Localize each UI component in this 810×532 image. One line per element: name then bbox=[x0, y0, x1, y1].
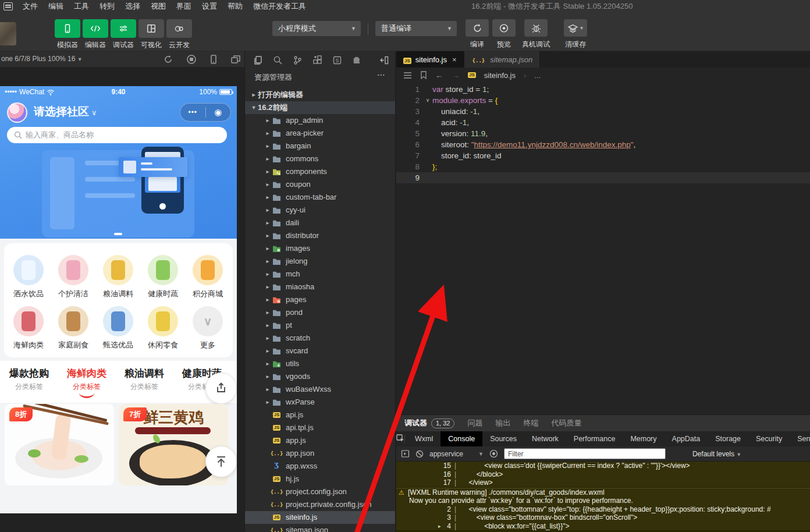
tree-item-daili[interactable]: ▸daili bbox=[245, 217, 395, 229]
snippets-icon[interactable]: S bbox=[332, 55, 342, 65]
goods-tab-海鲜肉类[interactable]: 海鲜肉类分类标签 bbox=[59, 367, 115, 398]
console-filter-input[interactable]: Filter bbox=[504, 448, 666, 459]
devtools-tab-AppData[interactable]: AppData bbox=[665, 431, 708, 446]
tree-item-vgoods[interactable]: ▸vgoods bbox=[245, 370, 395, 383]
extensions-icon[interactable] bbox=[312, 55, 322, 65]
breadcrumb-rest[interactable]: ... bbox=[534, 71, 541, 80]
debugger-tab-问题[interactable]: 问题 bbox=[467, 418, 482, 428]
user-avatar[interactable] bbox=[0, 22, 16, 45]
menu-item-视图[interactable]: 视图 bbox=[145, 0, 171, 13]
menu-item-编辑[interactable]: 编辑 bbox=[43, 0, 69, 13]
category-更多[interactable]: ∨更多 bbox=[187, 306, 229, 350]
tree-item-wxParse[interactable]: ▸wxParse bbox=[245, 396, 395, 409]
category-甄选优品[interactable]: 甄选优品 bbox=[97, 306, 139, 350]
devtools-tab-Sources[interactable]: Sources bbox=[482, 431, 524, 446]
mode-button-调试器[interactable]: 调试器 bbox=[111, 19, 136, 50]
debugger-tab-终端[interactable]: 终端 bbox=[523, 418, 538, 428]
action-button-预览[interactable]: 预览 bbox=[491, 19, 517, 49]
tree-item-pages[interactable]: ▸pages bbox=[245, 293, 395, 306]
tree-item-mch[interactable]: ▸mch bbox=[245, 268, 395, 281]
community-avatar[interactable] bbox=[7, 102, 27, 123]
category-休闲零食[interactable]: 休闲零食 bbox=[142, 306, 184, 350]
close-capsule-icon[interactable]: ◉ bbox=[206, 107, 231, 118]
menu-item-帮助[interactable]: 帮助 bbox=[222, 0, 248, 13]
mode-button-编辑器[interactable]: 编辑器 bbox=[83, 19, 108, 50]
source-control-icon[interactable] bbox=[293, 55, 303, 65]
tree-item-miaosha[interactable]: ▸miaosha bbox=[245, 281, 395, 293]
tree-item-pt[interactable]: ▸pt bbox=[245, 319, 395, 332]
code-line[interactable]: 3 uniacid: -1, bbox=[396, 106, 810, 117]
mode-button-云开发[interactable]: 云开发 bbox=[166, 19, 192, 50]
tree-item-cyy-ui[interactable]: ▸cyy-ui bbox=[245, 204, 395, 217]
community-selector[interactable]: 请选择社区∨ bbox=[34, 104, 97, 119]
editor-tab-sitemap.json[interactable]: {..}sitemap.json bbox=[464, 51, 541, 68]
tree-item-api.tpl.js[interactable]: JSapi.tpl.js bbox=[245, 421, 395, 434]
tree-item-distributor[interactable]: ▸distributor bbox=[245, 229, 395, 242]
debugger-tab-输出[interactable]: 输出 bbox=[495, 418, 510, 428]
code-line[interactable]: 4 acid: -1, bbox=[396, 117, 810, 128]
devtools-tab-Memory[interactable]: Memory bbox=[623, 431, 664, 446]
tree-item-custom-tab-bar[interactable]: ▸custom-tab-bar bbox=[245, 191, 395, 204]
multi-window-icon[interactable] bbox=[230, 54, 241, 65]
cloud-tools-icon[interactable] bbox=[352, 55, 362, 65]
search-icon[interactable] bbox=[273, 55, 283, 65]
category-家庭副食[interactable]: 家庭副食 bbox=[52, 306, 94, 350]
explorer-more-icon[interactable]: ⋯ bbox=[377, 70, 386, 79]
tree-item-utils[interactable]: ▸utils bbox=[245, 357, 395, 370]
more-menu-icon[interactable]: ••• bbox=[180, 108, 205, 116]
device-icon[interactable] bbox=[208, 54, 219, 65]
bookmark-icon[interactable] bbox=[420, 71, 427, 79]
devtools-tab-Network[interactable]: Network bbox=[524, 431, 566, 446]
category-个护清洁[interactable]: 个护清洁 bbox=[52, 255, 94, 299]
tree-item-app.json[interactable]: {..}app.json bbox=[245, 447, 395, 460]
menu-item-设置[interactable]: 设置 bbox=[197, 0, 222, 13]
expand-icon[interactable]: ▸ bbox=[438, 522, 441, 531]
nav-back-icon[interactable]: ← bbox=[435, 70, 443, 80]
menu-item-工具[interactable]: 工具 bbox=[69, 0, 94, 13]
tree-item-images[interactable]: ▸images bbox=[245, 242, 395, 255]
tree-item-commons[interactable]: ▸commons bbox=[245, 152, 395, 165]
tree-item-siteinfo.js[interactable]: JSsiteinfo.js bbox=[245, 511, 395, 524]
collapse-explorer-icon[interactable] bbox=[379, 55, 389, 65]
code-line[interactable]: 2∨module.exports = { bbox=[396, 95, 810, 106]
action-button-真机调试[interactable]: 真机调试 bbox=[518, 19, 554, 49]
tree-item-scratch[interactable]: ▸scratch bbox=[245, 332, 395, 345]
tree-item-jielong[interactable]: ▸jielong bbox=[245, 255, 395, 268]
compile-select[interactable]: 普通编译 ▼ bbox=[375, 21, 457, 36]
tree-item-project.config.json[interactable]: {..}project.config.json bbox=[245, 485, 395, 498]
search-input[interactable]: 输入商家、商品名称 bbox=[7, 127, 227, 143]
clear-console-icon[interactable] bbox=[415, 450, 424, 458]
device-bar[interactable]: one 6/7/8 Plus 100% 16 ▼ bbox=[0, 51, 244, 67]
tree-item-app.js[interactable]: JSapp.js bbox=[245, 434, 395, 447]
files-icon[interactable] bbox=[253, 55, 263, 65]
category-酒水饮品[interactable]: 酒水饮品 bbox=[8, 255, 49, 299]
tree-item-coupon[interactable]: ▸coupon bbox=[245, 178, 395, 191]
eye-level-icon[interactable] bbox=[489, 449, 498, 458]
product-card[interactable]: 8折 bbox=[5, 404, 114, 485]
menu-item-界面[interactable]: 界面 bbox=[171, 0, 197, 13]
code-line[interactable]: 5 version: 11.9, bbox=[396, 128, 810, 139]
tree-item-app.wxss[interactable]: Ʒapp.wxss bbox=[245, 460, 395, 473]
rotate-icon[interactable] bbox=[163, 54, 173, 65]
tree-section-打开的编辑器[interactable]: ▸打开的编辑器 bbox=[245, 88, 395, 101]
tree-section-16.2前端[interactable]: ▾16.2前端 bbox=[245, 101, 395, 114]
inspect-element-icon[interactable] bbox=[396, 434, 405, 444]
tree-item-pond[interactable]: ▸pond bbox=[245, 306, 395, 319]
code-line[interactable]: 6 siteroot: "https://demo11.ynjdzzd008.c… bbox=[396, 139, 810, 150]
debugger-tab-调试器[interactable]: 调试器1, 32 bbox=[404, 418, 454, 428]
close-tab-icon[interactable]: × bbox=[452, 55, 457, 64]
nav-forward-icon[interactable]: → bbox=[452, 70, 460, 80]
menu-item-微信开发者工具[interactable]: 微信开发者工具 bbox=[248, 0, 311, 13]
code-line[interactable]: 7 store_id: store_id bbox=[396, 150, 810, 161]
tree-item-svcard[interactable]: ▸svcard bbox=[245, 345, 395, 357]
menu-item-转到[interactable]: 转到 bbox=[94, 0, 120, 13]
devtools-tab-Storage[interactable]: Storage bbox=[708, 431, 748, 446]
capsule-menu[interactable]: ••• ◉ bbox=[180, 103, 231, 122]
devtools-tab-Security[interactable]: Security bbox=[748, 431, 790, 446]
back-to-top-button[interactable] bbox=[205, 446, 237, 477]
devtools-tab-Sensor[interactable]: Sensor bbox=[790, 431, 810, 446]
code-line[interactable]: 1var store_id = 1; bbox=[396, 84, 810, 95]
sidebar-toggle-icon[interactable] bbox=[401, 449, 410, 458]
code-area[interactable]: 1var store_id = 1;2∨module.exports = {3 … bbox=[396, 84, 810, 183]
share-button[interactable] bbox=[205, 373, 237, 404]
